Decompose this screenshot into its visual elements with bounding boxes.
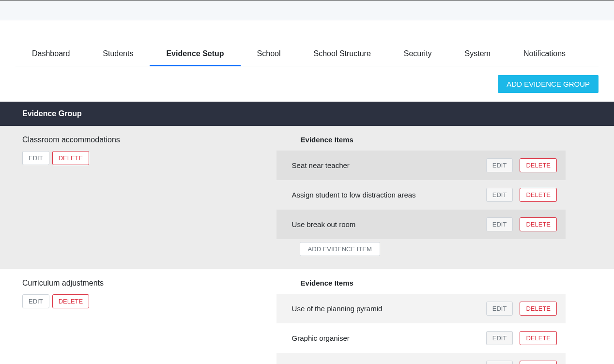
top-strip	[0, 0, 614, 20]
tab-school[interactable]: School	[241, 44, 297, 66]
evidence-item-row: Assign student to low distraction areasE…	[276, 180, 566, 210]
evidence-group-header: Evidence Group	[0, 102, 614, 126]
delete-item-button[interactable]: DELETE	[520, 158, 557, 172]
group-left: Classroom accommodationsEDITDELETE	[0, 126, 276, 269]
group-left: Curriculum adjustmentsEDITDELETE	[0, 269, 276, 364]
edit-item-button[interactable]: EDIT	[486, 302, 513, 316]
add-evidence-group-button[interactable]: ADD EVIDENCE GROUP	[498, 75, 599, 93]
tabs-nav: DashboardStudentsEvidence SetupSchoolSch…	[15, 44, 599, 66]
evidence-item-actions: EDITDELETE	[486, 188, 557, 202]
edit-item-button[interactable]: EDIT	[486, 361, 513, 364]
evidence-item-row: Use of the planning pyramidEDITDELETE	[276, 294, 566, 323]
evidence-items-heading: Evidence Items	[301, 279, 566, 287]
tab-notifications[interactable]: Notifications	[507, 44, 582, 66]
evidence-item-label: Assign student to low distraction areas	[292, 191, 416, 199]
evidence-item-label: Use of the planning pyramid	[292, 304, 383, 313]
edit-item-button[interactable]: EDIT	[486, 188, 513, 202]
tab-security[interactable]: Security	[387, 44, 448, 66]
edit-item-button[interactable]: EDIT	[486, 331, 513, 345]
edit-item-button[interactable]: EDIT	[486, 217, 513, 231]
group-right: Evidence ItemsSeat near teacherEDITDELET…	[276, 126, 614, 269]
evidence-group-block: Curriculum adjustmentsEDITDELETEEvidence…	[0, 269, 614, 364]
delete-item-button[interactable]: DELETE	[520, 331, 557, 345]
tab-dashboard[interactable]: Dashboard	[15, 44, 86, 66]
delete-item-button[interactable]: DELETE	[520, 361, 557, 364]
evidence-item-row: Use break out roomEDITDELETE	[276, 210, 566, 239]
toolbar: ADD EVIDENCE GROUP	[15, 66, 599, 102]
evidence-item-label: Use break out room	[292, 220, 356, 228]
evidence-item-actions: EDITDELETE	[486, 302, 557, 316]
delete-item-button[interactable]: DELETE	[520, 217, 557, 231]
tab-students[interactable]: Students	[86, 44, 150, 66]
evidence-item-actions: EDITDELETE	[486, 361, 557, 364]
delete-group-button[interactable]: DELETE	[52, 151, 90, 165]
evidence-item-label: Graphic organiser	[292, 334, 350, 342]
tab-system[interactable]: System	[448, 44, 507, 66]
evidence-item-label: Seat near teacher	[292, 161, 350, 169]
tab-evidence-setup[interactable]: Evidence Setup	[150, 44, 240, 66]
evidence-item-row: Graphic organiserEDITDELETE	[276, 323, 566, 353]
evidence-items-heading: Evidence Items	[301, 136, 566, 144]
edit-group-button[interactable]: EDIT	[22, 294, 49, 308]
group-title: Classroom accommodations	[22, 136, 276, 144]
evidence-item-actions: EDITDELETE	[486, 158, 557, 172]
group-title: Curriculum adjustments	[22, 279, 276, 288]
evidence-group-block: Classroom accommodationsEDITDELETEEviden…	[0, 126, 614, 269]
delete-group-button[interactable]: DELETE	[52, 294, 90, 308]
evidence-item-actions: EDITDELETE	[486, 331, 557, 345]
edit-item-button[interactable]: EDIT	[486, 158, 513, 172]
delete-item-button[interactable]: DELETE	[520, 302, 557, 316]
add-evidence-item-button[interactable]: ADD EVIDENCE ITEM	[300, 242, 380, 256]
delete-item-button[interactable]: DELETE	[520, 188, 557, 202]
group-right: Evidence ItemsUse of the planning pyrami…	[276, 269, 614, 364]
edit-group-button[interactable]: EDIT	[22, 151, 49, 165]
evidence-item-row: Cloze activitiesEDITDELETE	[276, 353, 566, 364]
evidence-item-actions: EDITDELETE	[486, 217, 557, 231]
evidence-item-row: Seat near teacherEDITDELETE	[276, 151, 566, 180]
tab-school-structure[interactable]: School Structure	[297, 44, 387, 66]
add-item-row: ADD EVIDENCE ITEM	[276, 239, 566, 259]
